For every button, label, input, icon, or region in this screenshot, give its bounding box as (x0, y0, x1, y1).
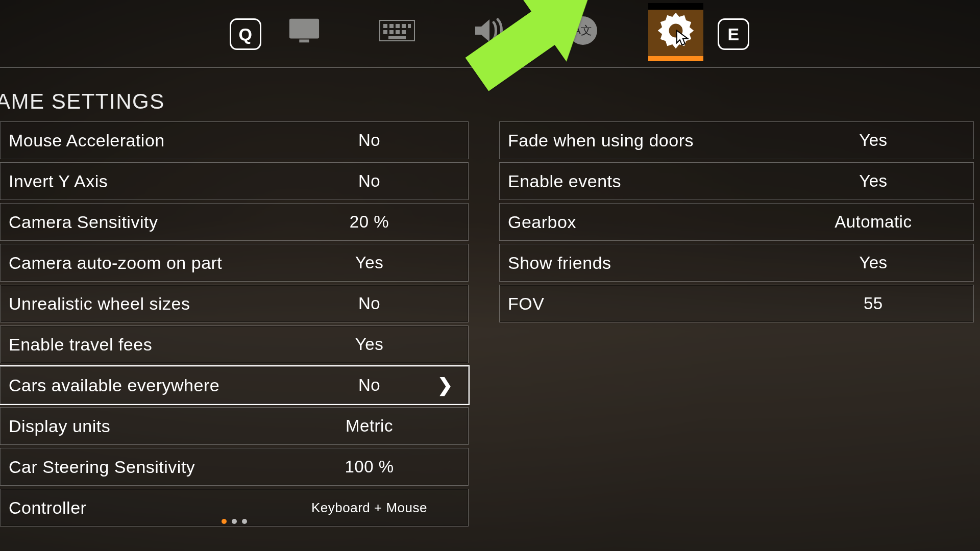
svg-rect-12 (388, 36, 406, 39)
setting-row[interactable]: Mouse AccelerationNo (0, 121, 469, 159)
setting-row[interactable]: Enable travel feesYes (0, 325, 469, 363)
svg-rect-0 (289, 19, 319, 39)
svg-rect-4 (389, 24, 394, 28)
setting-value: Yes (271, 253, 468, 272)
setting-label: Car Steering Sensitivity (1, 457, 271, 477)
svg-rect-9 (389, 30, 394, 34)
setting-label: Gearbox (500, 212, 773, 232)
setting-row[interactable]: Car Steering Sensitivity100 % (0, 448, 469, 486)
setting-row[interactable]: Show friendsYes (499, 244, 974, 282)
setting-row[interactable]: Cars available everywhereNo❯ (0, 366, 469, 404)
svg-rect-11 (402, 30, 406, 34)
svg-rect-8 (383, 30, 387, 34)
setting-row[interactable]: FOV55 (499, 285, 974, 322)
svg-rect-6 (402, 24, 406, 28)
setting-label: FOV (500, 294, 773, 314)
setting-value: Yes (773, 131, 973, 150)
section-title: AME SETTINGS (0, 89, 165, 114)
svg-rect-7 (408, 24, 411, 28)
setting-value: No (271, 171, 468, 191)
setting-value: Yes (271, 335, 468, 354)
setting-value: 55 (773, 294, 973, 313)
chevron-right-icon[interactable]: ❯ (437, 374, 453, 396)
keyboard-icon (379, 20, 415, 41)
settings-column-left: Mouse AccelerationNoInvert Y AxisNoCamer… (0, 121, 469, 527)
monitor-icon (288, 17, 320, 44)
setting-label: Camera auto-zoom on part (1, 253, 271, 273)
setting-value: Keyboard + Mouse (271, 500, 468, 516)
setting-row[interactable]: Unrealistic wheel sizesNo (0, 285, 469, 322)
setting-value: Automatic (773, 212, 973, 232)
next-tab-key-hint: E (718, 18, 749, 50)
setting-value: Yes (773, 171, 973, 191)
page-dots (222, 519, 247, 524)
setting-value: No (271, 294, 468, 313)
setting-label: Fade when using doors (500, 131, 773, 151)
setting-row[interactable]: Fade when using doorsYes (499, 121, 974, 159)
setting-row[interactable]: Camera Sensitivity20 % (0, 203, 469, 241)
setting-row[interactable]: Display unitsMetric (0, 407, 469, 445)
cursor-icon (675, 30, 691, 46)
setting-label: Display units (1, 416, 271, 436)
svg-rect-10 (396, 30, 400, 34)
setting-label: Mouse Acceleration (1, 131, 271, 151)
setting-value: 20 % (271, 212, 468, 232)
setting-row[interactable]: Invert Y AxisNo (0, 162, 469, 200)
settings-column-right: Fade when using doorsYesEnable eventsYes… (499, 121, 974, 527)
setting-label: Enable events (500, 171, 773, 191)
prev-tab-key-hint: Q (230, 18, 261, 50)
setting-label: Show friends (500, 253, 773, 273)
setting-value: 100 % (271, 457, 468, 477)
setting-label: Cars available everywhere (1, 375, 271, 395)
svg-rect-5 (396, 24, 400, 28)
tab-display[interactable] (277, 3, 332, 58)
setting-label: Invert Y Axis (1, 171, 271, 191)
svg-rect-3 (383, 24, 387, 28)
setting-label: Camera Sensitivity (1, 212, 271, 232)
setting-value: Yes (773, 253, 973, 272)
setting-label: Enable travel fees (1, 335, 271, 355)
tab-game-settings[interactable] (648, 3, 703, 58)
setting-row[interactable]: ControllerKeyboard + Mouse (0, 489, 469, 527)
settings-grid: Mouse AccelerationNoInvert Y AxisNoCamer… (0, 121, 980, 527)
setting-row[interactable]: Enable eventsYes (499, 162, 974, 200)
svg-rect-1 (299, 39, 309, 42)
setting-label: Unrealistic wheel sizes (1, 294, 271, 314)
setting-value: Metric (271, 416, 468, 436)
setting-row[interactable]: GearboxAutomatic (499, 203, 974, 241)
setting-value: No (271, 131, 468, 150)
setting-label: Controller (1, 498, 271, 518)
setting-row[interactable]: Camera auto-zoom on partYes (0, 244, 469, 282)
tab-controls[interactable] (370, 3, 425, 58)
